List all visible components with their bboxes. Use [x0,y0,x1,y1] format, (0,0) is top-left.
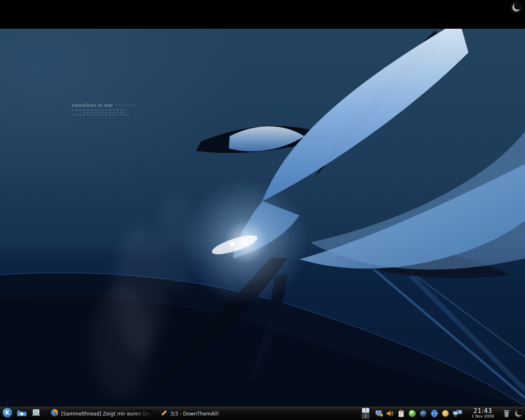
pencil-icon [160,409,168,418]
task-label: 3/3 - DownThemAll! [170,411,219,417]
blue-globe-icon[interactable] [430,409,439,418]
wallpaper-caption-title: casualties.of.war [72,103,137,108]
caption-text-lines [83,112,124,113]
caption-text-lines [72,114,129,115]
firefox-icon [50,409,59,418]
desktop-screen: casualties.of.war K [0,0,525,420]
panel-right-group: 1 2 [362,408,523,419]
volume-icon[interactable] [386,409,395,418]
trash-icon[interactable] [501,408,512,419]
svg-text:K: K [5,409,10,416]
gold-orb-icon[interactable] [441,409,450,418]
home-folder-launcher[interactable] [16,408,27,419]
clipboard-icon[interactable] [397,409,406,418]
task-label: [Sammelthread] Zeigt mir euren Desk [61,411,152,417]
kde-kickoff-menu-icon: K [2,407,13,420]
network-monitor-icon[interactable] [374,409,383,418]
pager-desktop-1[interactable]: 1 [362,408,370,413]
clock-time: 21:43 [468,408,498,415]
virtual-desktop-pager: 1 2 [362,408,370,419]
desktop-wallpaper: casualties.of.war [0,29,525,406]
dual-display-icon[interactable] [452,409,463,418]
panel-toolbox-cashew-icon[interactable] [514,409,523,418]
kmenu-button[interactable]: K [2,408,13,419]
top-black-bar [0,0,525,29]
swirl-orb-icon[interactable] [419,409,428,418]
system-tray [374,409,463,418]
task-downthemall[interactable]: 3/3 - DownThemAll! [158,408,221,419]
green-orb-icon[interactable] [408,409,417,418]
panel-clock[interactable]: 21:43 1 Nov 2008 [468,408,498,419]
task-firefox-window[interactable]: [Sammelthread] Zeigt mir euren Desk [48,408,155,419]
home-folder-icon [16,407,27,420]
taskbar-panel: K [0,406,525,420]
wallpaper-caption: casualties.of.war [72,103,137,115]
laptop-launcher[interactable] [30,408,42,419]
caption-text-lines [72,110,127,110]
desktop-toolbox-cashew-icon[interactable] [510,1,523,14]
laptop-icon [31,407,41,420]
wallpaper-abstract-art [0,29,525,406]
pager-desktop-2[interactable]: 2 [362,413,370,419]
clock-date: 1 Nov 2008 [468,414,498,418]
